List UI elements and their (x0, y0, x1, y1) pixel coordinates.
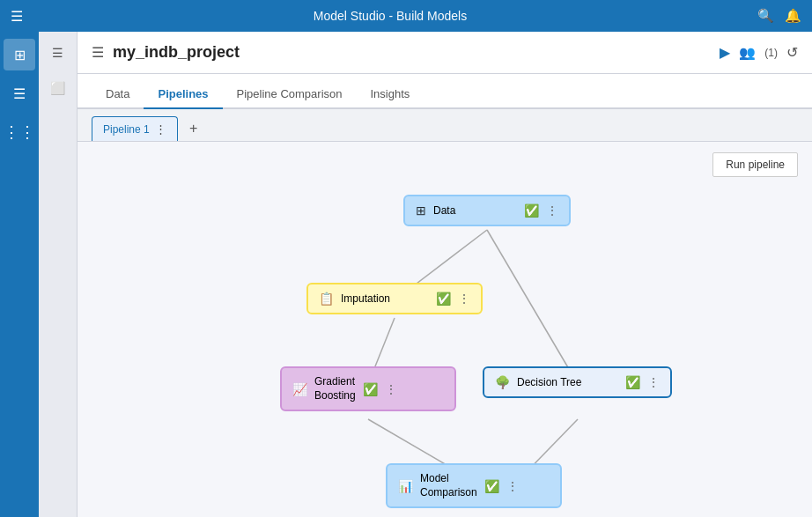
top-bar: ☰ Model Studio - Build Models 🔍 🔔 (0, 0, 812, 32)
top-bar-left: ☰ (11, 8, 23, 25)
hamburger-icon[interactable]: ☰ (11, 8, 23, 25)
search-icon[interactable]: 🔍 (757, 8, 774, 24)
top-bar-icons: 🔍 🔔 (757, 8, 801, 24)
notification-icon[interactable]: 🔔 (785, 8, 801, 24)
app-title: Model Studio - Build Models (314, 9, 467, 23)
